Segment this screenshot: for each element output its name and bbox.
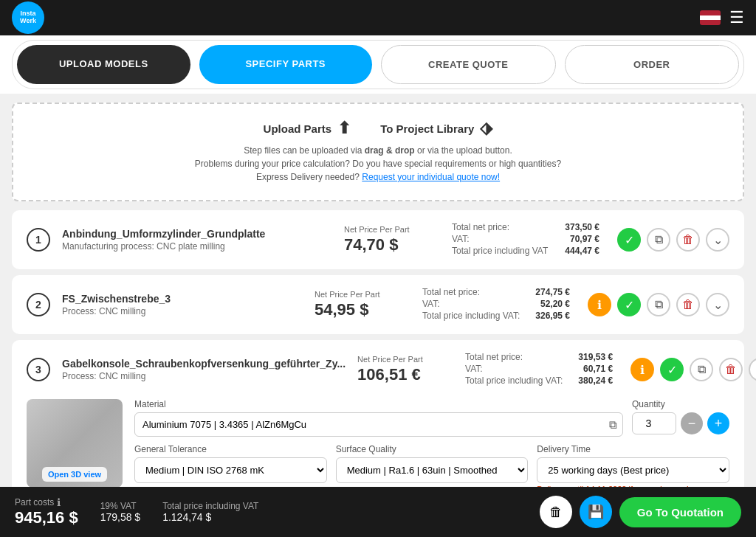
material-label: Material bbox=[134, 399, 623, 409]
total-value: 1.124,74 $ bbox=[162, 511, 258, 523]
vat-label-1: VAT: bbox=[452, 234, 470, 244]
expand-button-2[interactable]: ⌄ bbox=[706, 293, 729, 316]
upload-desc-1: Step files can be uploaded via drag & dr… bbox=[28, 145, 728, 156]
totals-section-2: Total net price: 274,75 € VAT: 52,20 € T… bbox=[422, 287, 570, 322]
info-button-3[interactable]: ℹ bbox=[630, 358, 654, 381]
price-label-3: Net Price Per Part bbox=[357, 355, 453, 364]
part-card-1: 1 Anbindung_Umformzylinder_Grundplatte M… bbox=[12, 210, 744, 269]
part-form-3: Material ⧉ Quantity − + bbox=[134, 399, 729, 501]
part-costs-section: Part costs ℹ 945,16 $ bbox=[15, 496, 78, 527]
part-name-2: FS_Zwischenstrebe_3 bbox=[62, 293, 303, 305]
price-value-3: 106,51 € bbox=[357, 365, 453, 384]
open-3d-view-button[interactable]: Open 3D view bbox=[42, 467, 107, 482]
collapse-button-3[interactable]: ⌃ bbox=[749, 358, 756, 381]
approve-button-1[interactable]: ✓ bbox=[617, 228, 641, 252]
form-row-tolerance-surface-delivery: General Tolerance Medium | DIN ISO 2768 … bbox=[134, 444, 729, 493]
save-icon: 💾 bbox=[588, 504, 604, 520]
part-costs-label: Part costs bbox=[15, 497, 54, 507]
part-details-3: Open 3D view Material ⧉ Quantity bbox=[27, 399, 729, 501]
surface-group: Surface Quality Medium | Ra1.6 | 63uin |… bbox=[336, 444, 529, 493]
vat-label-2: VAT: bbox=[422, 299, 440, 309]
part-costs-value: 945,16 $ bbox=[15, 508, 78, 527]
material-input-row: ⧉ bbox=[134, 412, 623, 437]
tab-order[interactable]: ORDER bbox=[565, 45, 740, 84]
delete-button-3[interactable]: 🗑 bbox=[719, 358, 743, 381]
total-vat-label-2: Total price including VAT: bbox=[422, 311, 520, 321]
upload-parts-button[interactable]: Upload Parts ⬆ bbox=[264, 119, 351, 138]
info-button-2[interactable]: ℹ bbox=[588, 293, 611, 316]
quantity-label: Quantity bbox=[632, 399, 729, 409]
upload-parts-label: Upload Parts bbox=[264, 122, 332, 135]
menu-icon[interactable]: ☰ bbox=[729, 8, 744, 27]
price-label-2: Net Price Per Part bbox=[315, 290, 410, 299]
actions-1: ✓ ⧉ 🗑 ⌄ bbox=[617, 228, 729, 252]
material-input[interactable] bbox=[134, 412, 623, 437]
delivery-label: Delivery Time bbox=[537, 444, 729, 454]
vat-value-2: 52,20 € bbox=[540, 299, 570, 309]
individual-quote-link[interactable]: Request your individual quote now! bbox=[362, 172, 500, 182]
tab-specify-parts[interactable]: SPECIFY PARTS bbox=[199, 45, 373, 84]
delete-button-2[interactable]: 🗑 bbox=[676, 293, 700, 316]
tolerance-select[interactable]: Medium | DIN ISO 2768 mKFine | DIN ISO 2… bbox=[134, 457, 327, 483]
totals-section-1: Total net price: 373,50 € VAT: 70,97 € T… bbox=[452, 222, 599, 257]
part-info-2: FS_Zwischenstrebe_3 Process: CNC milling bbox=[62, 293, 303, 316]
save-button[interactable]: 💾 bbox=[580, 496, 612, 528]
total-net-value-1: 373,50 € bbox=[565, 222, 599, 232]
part-costs-info-icon: ℹ bbox=[57, 496, 61, 508]
header: Insta Werk ☰ bbox=[0, 0, 756, 35]
price-value-2: 54,95 $ bbox=[315, 300, 410, 319]
nav-wrap: UPLOAD MODELS SPECIFY PARTS CREATE QUOTE… bbox=[0, 35, 756, 94]
upload-desc-3: Express Delivery needed? Request your in… bbox=[28, 172, 728, 182]
price-label-1: Net Price Per Part bbox=[344, 225, 440, 234]
total-net-label-3: Total net price: bbox=[465, 352, 523, 362]
price-section-1: Net Price Per Part 74,70 $ bbox=[344, 225, 440, 254]
duplicate-button-3[interactable]: ⧉ bbox=[690, 358, 713, 381]
part-card-2: 2 FS_Zwischenstrebe_3 Process: CNC milli… bbox=[12, 275, 744, 334]
expand-button-1[interactable]: ⌄ bbox=[706, 228, 729, 252]
bottom-actions: 🗑 💾 Go To Quotation bbox=[540, 496, 741, 528]
vat-value-1: 70,97 € bbox=[570, 234, 599, 244]
part-process-1: Manufacturing process: CNC plate milling bbox=[62, 241, 332, 252]
copy-icon[interactable]: ⧉ bbox=[609, 418, 617, 432]
duplicate-button-1[interactable]: ⧉ bbox=[647, 228, 670, 252]
to-library-button[interactable]: To Project Library ⬗ bbox=[380, 119, 492, 138]
total-vat-label-1: Total price including VAT bbox=[452, 246, 548, 256]
tolerance-label: General Tolerance bbox=[134, 444, 327, 454]
delivery-select[interactable]: 25 working days (Best price)15 working d… bbox=[537, 457, 729, 483]
part-thumbnail-3: Open 3D view bbox=[27, 399, 123, 488]
total-net-label-2: Total net price: bbox=[422, 287, 480, 297]
logo[interactable]: Insta Werk bbox=[12, 1, 44, 34]
surface-label: Surface Quality bbox=[336, 444, 529, 454]
tab-upload-models[interactable]: UPLOAD MODELS bbox=[17, 45, 190, 84]
quantity-plus-button[interactable]: + bbox=[707, 412, 729, 434]
delete-button-1[interactable]: 🗑 bbox=[676, 228, 700, 252]
delete-all-button[interactable]: 🗑 bbox=[540, 496, 572, 528]
surface-select[interactable]: Medium | Ra1.6 | 63uin | SmoothedFine | … bbox=[336, 457, 529, 483]
upload-desc-2: Problems during your price calculation? … bbox=[28, 159, 728, 169]
duplicate-button-2[interactable]: ⧉ bbox=[647, 293, 670, 316]
vat-value: 179,58 $ bbox=[100, 511, 141, 523]
part-process-2: Process: CNC milling bbox=[62, 306, 303, 316]
approve-button-2[interactable]: ✓ bbox=[617, 293, 641, 316]
quantity-minus-button[interactable]: − bbox=[681, 412, 703, 434]
total-net-value-2: 274,75 € bbox=[535, 287, 570, 297]
part-header-2: 2 FS_Zwischenstrebe_3 Process: CNC milli… bbox=[27, 287, 729, 322]
upload-area: Upload Parts ⬆ To Project Library ⬗ Step… bbox=[12, 103, 744, 201]
part-header-1: 1 Anbindung_Umformzylinder_Grundplatte M… bbox=[27, 222, 729, 257]
approve-button-3[interactable]: ✓ bbox=[660, 358, 684, 381]
vat-label: 19% VAT bbox=[100, 501, 141, 511]
quantity-input[interactable] bbox=[632, 412, 676, 434]
vat-value-3: 60,71 € bbox=[583, 364, 613, 374]
part-header-3: 3 Gabelkonsole_Schraubenkopfversenkung_g… bbox=[27, 352, 729, 387]
bottom-bar: Part costs ℹ 945,16 $ 19% VAT 179,58 $ T… bbox=[0, 487, 756, 537]
nav-tabs: UPLOAD MODELS SPECIFY PARTS CREATE QUOTE… bbox=[12, 40, 744, 89]
language-flag[interactable] bbox=[700, 10, 721, 25]
part-number-2: 2 bbox=[27, 293, 50, 316]
part-name-3: Gabelkonsole_Schraubenkopfversenkung_gef… bbox=[62, 358, 346, 370]
total-net-label-1: Total net price: bbox=[452, 222, 509, 232]
vat-section: 19% VAT 179,58 $ bbox=[100, 501, 141, 523]
tab-create-quote[interactable]: CREATE QUOTE bbox=[381, 45, 556, 84]
total-section: Total price including VAT 1.124,74 $ bbox=[162, 501, 258, 523]
go-to-quotation-button[interactable]: Go To Quotation bbox=[619, 497, 741, 527]
tolerance-group: General Tolerance Medium | DIN ISO 2768 … bbox=[134, 444, 327, 493]
